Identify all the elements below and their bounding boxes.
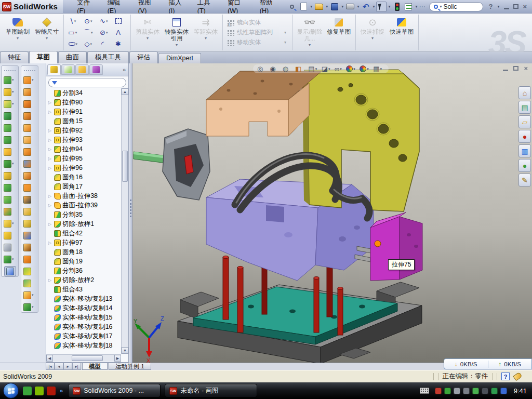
command-tab[interactable]: 特征: [0, 51, 29, 63]
feature-tool-button[interactable]: ▾: [4, 158, 16, 169]
quick-snaps-button[interactable]: ⊙ 快速捕捉 ▾: [358, 15, 387, 50]
undo-button[interactable]: ↶: [361, 2, 371, 12]
display-delete-relations-button[interactable]: 👓 显示/删除几... ▾: [295, 15, 324, 50]
select-button[interactable]: [376, 2, 387, 12]
tree-item[interactable]: ▷ 分割36: [47, 266, 121, 275]
sketch-entity-button[interactable]: ⊘ ▾: [97, 27, 113, 38]
surface-tool-button[interactable]: ▾: [23, 194, 36, 205]
options-arrow[interactable]: ▾: [415, 4, 417, 9]
view-tool-button[interactable]: ▾: [360, 65, 371, 72]
select-arrow[interactable]: ▾: [388, 4, 390, 9]
quick-launch-icon[interactable]: [23, 387, 32, 395]
tray-icon[interactable]: [454, 388, 460, 394]
toolbar-overflow[interactable]: ⋯: [419, 3, 425, 10]
tree-item[interactable]: ▷ 实体-移动/复制14: [47, 303, 121, 313]
tree-item[interactable]: ▷ 分割34: [47, 88, 121, 98]
taskbar-task[interactable]: SW SolidWorks 2009 - ...: [68, 384, 161, 397]
feature-tool-button[interactable]: ▾: [4, 135, 16, 145]
task-pane-button[interactable]: ●: [518, 159, 531, 172]
surface-tool-button[interactable]: ▾: [23, 99, 36, 109]
tree-item[interactable]: ▷ 拉伸96: [47, 163, 121, 172]
help-arrow[interactable]: ▾: [497, 4, 499, 9]
panel-tab[interactable]: [61, 64, 75, 75]
view-tool-button[interactable]: ◉ ▾: [270, 65, 280, 73]
save-button[interactable]: [329, 2, 340, 12]
tag-icon[interactable]: [513, 372, 523, 381]
tree-item[interactable]: ▷ 切除-放样2: [47, 275, 121, 285]
tree-item[interactable]: ▷ 拉伸94: [47, 144, 121, 154]
tree-item[interactable]: ▷ 实体-移动/复制17: [47, 331, 121, 341]
task-pane-button[interactable]: ▥: [518, 144, 531, 157]
restore-button[interactable]: [513, 4, 518, 9]
menu-item[interactable]: 帮助(H): [253, 0, 284, 13]
input-method-icon[interactable]: [420, 388, 429, 394]
feature-tool-button[interactable]: ▾: [4, 206, 16, 217]
panel-splitter[interactable]: [129, 63, 132, 363]
tree-item[interactable]: ▷ 圆角18: [47, 247, 121, 257]
new-document-button[interactable]: [298, 2, 309, 12]
tree-item[interactable]: ▷ 拉伸92: [47, 126, 121, 135]
feature-tool-button[interactable]: ▾: [4, 147, 16, 157]
panel-tab[interactable]: [89, 64, 103, 75]
tree-item[interactable]: ▷ 实体-移动/复制16: [47, 322, 121, 331]
performance-button[interactable]: [392, 2, 402, 12]
tree-item[interactable]: ▷ 圆角17: [47, 182, 121, 191]
doc-nav-button[interactable]: ▸: [63, 363, 72, 370]
tree-item[interactable]: ▷ 拉伸97: [47, 238, 121, 247]
surface-tool-button[interactable]: ▾: [23, 182, 36, 193]
view-tool-button[interactable]: ◪ ▾: [322, 65, 332, 73]
tree-item[interactable]: ▷ 组合42: [47, 229, 121, 238]
sketch-entity-button[interactable]: ⌒ ▾: [82, 27, 97, 38]
surface-tool-button[interactable]: ▾: [23, 230, 36, 241]
surface-tool-button[interactable]: ▾: [23, 302, 36, 312]
surface-tool-button[interactable]: ▾: [23, 218, 36, 229]
pin-icon[interactable]: [287, 2, 297, 12]
view-tool-button[interactable]: ▤ ▾: [308, 65, 319, 73]
start-button[interactable]: [3, 383, 19, 398]
ribbon-list-item[interactable]: 移动实体 ▾: [227, 38, 288, 46]
surface-tool-button[interactable]: ▾: [23, 75, 36, 85]
doc-tab[interactable]: 模型: [82, 363, 108, 370]
feature-tool-button[interactable]: ▾: [4, 182, 16, 193]
tree-item[interactable]: ▷ 组合43: [47, 285, 121, 294]
menu-item[interactable]: 视图(V): [131, 0, 162, 13]
feature-tool-button[interactable]: ▾: [4, 254, 16, 264]
scroll-up-arrow[interactable]: ▲: [122, 88, 128, 95]
menu-item[interactable]: 窗口(W): [221, 0, 253, 13]
help-button[interactable]: ?: [488, 3, 493, 10]
doc-nav-button[interactable]: ◂: [55, 363, 63, 370]
view-tool-button[interactable]: ▾: [346, 65, 357, 72]
scroll-thumb[interactable]: [122, 151, 128, 182]
tray-icon[interactable]: [435, 388, 442, 394]
feature-tool-button[interactable]: ▾: [4, 123, 16, 133]
tree-item[interactable]: ▷ 实体-移动/复制15: [47, 313, 121, 322]
tree-item[interactable]: ▷ 拉伸93: [47, 135, 121, 144]
tree-item[interactable]: ▷ 实体-移动/复制13: [47, 294, 121, 303]
surface-tool-button[interactable]: ▾: [23, 158, 36, 169]
surface-tool-button[interactable]: ▾: [23, 254, 36, 264]
tree-item[interactable]: ▷ 圆角19: [47, 257, 121, 266]
tree-horizontal-scrollbar[interactable]: ◀ ▶: [46, 354, 121, 362]
tree-item[interactable]: ▷ 曲面-拉伸39: [47, 201, 121, 210]
task-pane-button[interactable]: ⌂: [518, 86, 531, 99]
close-button[interactable]: ×: [523, 3, 527, 10]
menu-item[interactable]: 插入(I): [162, 0, 191, 13]
tree-item[interactable]: ▷ 分割35: [47, 210, 121, 219]
command-tab[interactable]: 评估: [129, 51, 158, 63]
command-tab[interactable]: DimXpert: [158, 53, 201, 63]
tray-icon[interactable]: [491, 388, 498, 394]
quick-launch-icon[interactable]: [47, 387, 56, 395]
repair-sketch-button[interactable]: 修复草图: [324, 15, 353, 50]
surface-tool-button[interactable]: ▾: [23, 111, 36, 121]
trim-entities-button[interactable]: ✄ 剪裁实体 ▾: [133, 15, 162, 50]
print-arrow[interactable]: ▾: [357, 4, 359, 9]
feature-tool-button[interactable]: ▾: [4, 230, 16, 241]
view-tool-button[interactable]: ▦ ▾: [373, 65, 384, 73]
undo-arrow[interactable]: ▾: [373, 4, 375, 9]
view-tool-button[interactable]: ◍ ▾: [283, 65, 293, 73]
toolbar-grip[interactable]: [24, 70, 35, 72]
menu-item[interactable]: 编辑(E): [101, 0, 131, 13]
surface-tool-button[interactable]: ▾: [23, 123, 36, 133]
taskbar-task[interactable]: SW 未命名 - 画图: [165, 384, 257, 397]
options-button[interactable]: [403, 2, 414, 12]
